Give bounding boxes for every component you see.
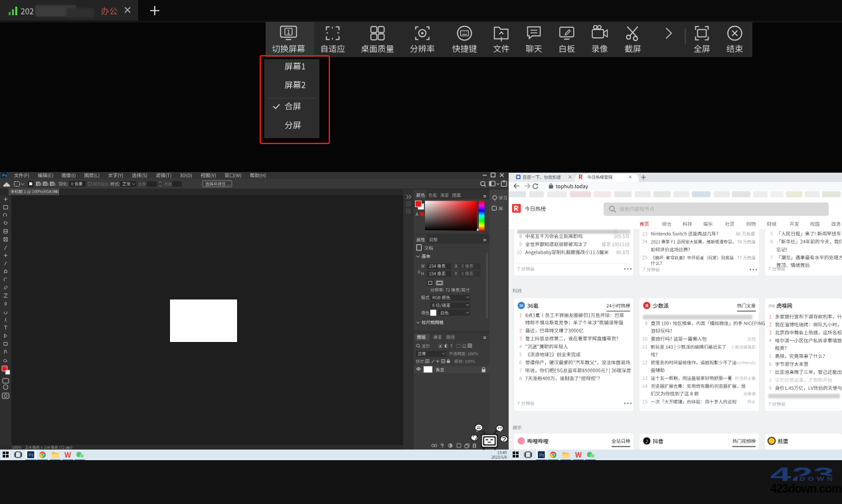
svg-text:DOWN: DOWN bbox=[800, 475, 835, 482]
svg-text:423down.com: 423down.com bbox=[770, 482, 841, 495]
